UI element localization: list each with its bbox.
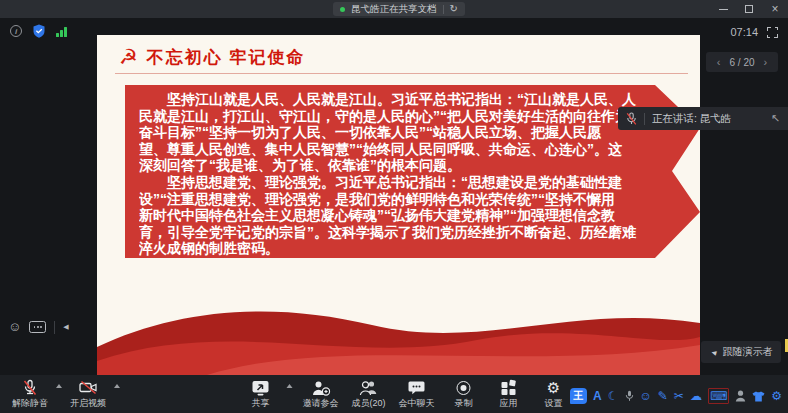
titlebar: 昆弋皓正在共享文档 ↻ × bbox=[0, 0, 788, 18]
next-page-button[interactable]: › bbox=[764, 52, 768, 72]
chat-label: 会中聊天 bbox=[399, 397, 435, 410]
toolbar-center-group: 共享 邀请参会 bbox=[240, 375, 573, 413]
collapse-tray-icon[interactable]: ◀ bbox=[63, 323, 68, 331]
settings-label: 设置 bbox=[545, 397, 563, 410]
pill-divider bbox=[443, 5, 444, 14]
status-icons: i bbox=[10, 24, 67, 38]
switch-share-icon[interactable]: ↻ bbox=[450, 2, 458, 16]
slide-body-line: 深刻回答了“我是谁、为了谁、依靠谁”的根本问题。 bbox=[139, 157, 691, 174]
invite-person-icon bbox=[310, 379, 330, 396]
slide-body-text: 坚持江山就是人民、人民就是江山。习近平总书记指出：“江山就是人民、人 民就是江山… bbox=[139, 91, 691, 257]
follow-presenter-label: 跟随演示者 bbox=[722, 345, 772, 359]
tray-divider bbox=[54, 321, 55, 334]
minimize-button[interactable] bbox=[710, 0, 736, 18]
speaker-collapse-icon[interactable]: ↖ bbox=[771, 112, 780, 125]
slide-body-line: 坚持思想建党、理论强党。习近平总书记指出：“思想建设是党的基础性建 bbox=[139, 174, 691, 191]
pen-icon[interactable]: ✎ bbox=[658, 389, 668, 403]
keyboard-icon[interactable]: ⌨ bbox=[708, 388, 729, 404]
slide-body-line: 民就是江山，打江山、守江山，守的是人民的心”“把人民对美好生活的向往作为 bbox=[139, 108, 691, 125]
slide-red-banner: 坚持江山就是人民、人民就是江山。习近平总书记指出：“江山就是人民、人 民就是江山… bbox=[125, 85, 700, 258]
share-options-caret[interactable] bbox=[286, 384, 292, 388]
sharing-status-pill[interactable]: 昆弋皓正在共享文档 ↻ bbox=[333, 2, 465, 16]
share-screen-icon bbox=[251, 379, 269, 396]
settings-button[interactable]: ⚙ 设置 bbox=[534, 379, 574, 413]
slide-body-line: 设”“注重思想建党、理论强党，是我们党的鲜明特色和光荣传统”“坚持不懈用 bbox=[139, 191, 691, 208]
members-label: 成员(20) bbox=[351, 397, 385, 410]
slide-title: 不忘初心 牢记使命 bbox=[147, 46, 306, 69]
share-label: 共享 bbox=[251, 397, 269, 410]
slide-body-line: 新时代中国特色社会主义思想凝心铸魂”“弘扬伟大建党精神”“加强理想信念教 bbox=[139, 207, 691, 224]
invite-button[interactable]: 邀请参会 bbox=[298, 379, 342, 413]
slide-body-line: 坚持江山就是人民、人民就是江山。习近平总书记指出：“江山就是人民、人 bbox=[139, 91, 691, 108]
invite-label: 邀请参会 bbox=[302, 397, 338, 410]
speaker-muted-mic-icon bbox=[626, 112, 637, 126]
muted-mic-icon bbox=[22, 379, 38, 396]
ime-language-icon[interactable]: A bbox=[593, 389, 602, 403]
ime-logo-icon[interactable]: 王 bbox=[570, 388, 587, 404]
sharing-status-text: 昆弋皓正在共享文档 bbox=[351, 3, 437, 16]
reaction-tray: ☺ ◀ bbox=[8, 318, 69, 336]
slide-body-line: 奋斗目标”“坚持一切为了人民、一切依靠人民”“站稳人民立场、把握人民愿 bbox=[139, 124, 691, 141]
close-button[interactable]: × bbox=[762, 0, 788, 18]
meeting-window: 昆弋皓正在共享文档 ↻ × i 07:14 ☭ 不忘初心 牢记使命 bbox=[0, 0, 788, 413]
sharing-active-dot bbox=[340, 7, 345, 12]
unmute-label: 解除静音 bbox=[12, 397, 48, 410]
chat-button[interactable]: 会中聊天 bbox=[395, 379, 439, 413]
status-right: 07:14 bbox=[730, 26, 778, 38]
slide-header: ☭ 不忘初心 牢记使命 bbox=[119, 44, 306, 70]
slide-body-line: 育，引导全党牢记党的宗旨”。这科学揭示了我们党历经挫折不断奋起、历经磨难 bbox=[139, 224, 691, 241]
apps-button[interactable]: 应用 bbox=[489, 379, 529, 413]
slide-body-line: 望、尊重人民创造、集中人民智慧”“始终同人民同呼吸、共命运、心连心”。这 bbox=[139, 141, 691, 158]
cursor-icon: ◄ bbox=[709, 347, 719, 358]
window-controls: × bbox=[710, 0, 788, 18]
security-shield-icon[interactable] bbox=[33, 24, 45, 38]
person-icon[interactable] bbox=[735, 390, 746, 402]
minimize-icon bbox=[719, 9, 728, 10]
maximize-button[interactable] bbox=[736, 0, 762, 18]
meeting-timer: 07:14 bbox=[730, 26, 758, 38]
emoji-reaction-icon[interactable]: ☺ bbox=[8, 319, 21, 335]
chat-bubble-icon bbox=[408, 379, 426, 396]
ime-toolbar: 王 A ☾ ☺ ✎ ✂ ☁ ⌨ ⚙ bbox=[570, 388, 782, 404]
skin-shirt-icon[interactable] bbox=[752, 391, 765, 402]
slide-body-line: 淬火成钢的制胜密码。 bbox=[139, 240, 691, 257]
camera-off-icon bbox=[79, 379, 98, 396]
title-underline bbox=[115, 73, 688, 74]
members-icon bbox=[358, 379, 378, 396]
record-label: 录制 bbox=[455, 397, 473, 410]
record-button[interactable]: 录制 bbox=[444, 379, 484, 413]
network-signal-icon[interactable] bbox=[56, 26, 67, 37]
maximize-icon bbox=[745, 5, 753, 13]
active-speaker-bar: 正在讲话: 昆弋皓 ↖ bbox=[618, 107, 788, 130]
share-screen-button[interactable]: 共享 bbox=[240, 379, 280, 413]
settings-gear-icon: ⚙ bbox=[547, 379, 560, 396]
prev-page-button[interactable]: ‹ bbox=[717, 52, 721, 72]
apps-grid-icon bbox=[501, 379, 516, 396]
emoji-icon[interactable]: ☺ bbox=[640, 389, 652, 403]
moon-icon[interactable]: ☾ bbox=[608, 389, 619, 403]
unmute-button[interactable]: 解除静音 bbox=[8, 379, 52, 413]
meeting-info-icon[interactable]: i bbox=[10, 25, 22, 37]
party-emblem-icon: ☭ bbox=[119, 44, 138, 70]
shared-slide: ☭ 不忘初心 牢记使命 坚持江山就是人民、人民就是江山。习近平总书记指出：“江山… bbox=[97, 35, 700, 375]
cloud-icon[interactable]: ☁ bbox=[690, 389, 702, 403]
speaker-divider bbox=[644, 113, 645, 125]
toolbar-left-group: 解除静音 开启视频 bbox=[8, 375, 121, 413]
meeting-toolbar: 解除静音 开启视频 bbox=[0, 375, 788, 413]
members-button[interactable]: 成员(20) bbox=[347, 379, 389, 413]
ime-mic-icon[interactable] bbox=[625, 390, 634, 402]
follow-presenter-button[interactable]: ◄ 跟随演示者 bbox=[701, 341, 781, 363]
fullscreen-icon[interactable] bbox=[767, 27, 778, 38]
start-video-label: 开启视频 bbox=[70, 397, 106, 410]
scissors-icon[interactable]: ✂ bbox=[674, 389, 684, 403]
red-silk-decoration bbox=[97, 277, 700, 375]
caption-icon[interactable] bbox=[29, 321, 46, 333]
apps-label: 应用 bbox=[500, 397, 518, 410]
page-navigation: ‹ 6 / 20 › bbox=[706, 52, 778, 72]
record-icon bbox=[457, 379, 471, 396]
mic-options-caret[interactable] bbox=[56, 384, 62, 388]
start-video-button[interactable]: 开启视频 bbox=[66, 379, 110, 413]
active-speaker-label: 正在讲话: 昆弋皓 bbox=[652, 112, 764, 126]
video-options-caret[interactable] bbox=[114, 384, 120, 388]
ime-settings-gear-icon[interactable]: ⚙ bbox=[771, 389, 782, 403]
